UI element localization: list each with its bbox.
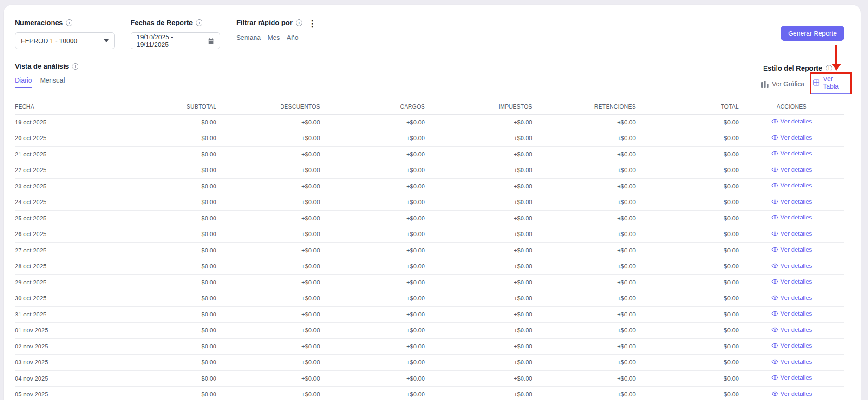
cell-descuentos: +$0.00 [216, 178, 320, 194]
cell-descuentos: +$0.00 [216, 387, 320, 400]
info-icon[interactable]: i [72, 63, 78, 70]
eye-icon [771, 182, 778, 189]
cell-retenciones: +$0.00 [532, 114, 636, 130]
cell-fecha: 01 nov 2025 [15, 323, 108, 339]
ver-detalles-link[interactable]: Ver detalles [771, 294, 812, 301]
ver-detalles-link[interactable]: Ver detalles [771, 214, 812, 221]
info-icon[interactable]: i [296, 19, 302, 26]
ver-detalles-label: Ver detalles [781, 390, 812, 397]
cell-subtotal: $0.00 [108, 146, 216, 162]
eye-icon [771, 198, 778, 205]
ver-detalles-link[interactable]: Ver detalles [771, 358, 812, 365]
ver-detalles-link[interactable]: Ver detalles [771, 342, 812, 349]
ver-detalles-link[interactable]: Ver detalles [771, 390, 812, 397]
bar-chart-icon [761, 81, 769, 88]
date-range-input[interactable]: 19/10/2025 - 19/11/2025 [131, 32, 220, 49]
quick-filter-semana[interactable]: Semana [236, 34, 261, 41]
eye-icon [771, 310, 778, 317]
cell-cargos: +$0.00 [320, 370, 425, 387]
vista-analisis-group: Vista de análisis i Diario Mensual [15, 62, 78, 88]
cell-impuestos: +$0.00 [425, 306, 532, 323]
cell-impuestos: +$0.00 [425, 146, 532, 162]
ver-detalles-link[interactable]: Ver detalles [771, 262, 812, 269]
date-range-value: 19/10/2025 - 19/11/2025 [137, 33, 203, 48]
ver-detalles-link[interactable]: Ver detalles [771, 310, 812, 317]
cell-impuestos: +$0.00 [425, 114, 532, 130]
ver-detalles-link[interactable]: Ver detalles [771, 134, 812, 141]
cell-impuestos: +$0.00 [425, 274, 532, 290]
table-row: 23 oct 2025 $0.00 +$0.00 +$0.00 +$0.00 +… [15, 178, 844, 194]
ver-tabla-option[interactable]: Ver Tabla [811, 73, 850, 94]
info-icon[interactable]: i [826, 65, 832, 71]
cell-total: $0.00 [636, 258, 739, 275]
chevron-down-icon [104, 39, 109, 42]
ver-detalles-link[interactable]: Ver detalles [771, 230, 812, 237]
cell-fecha: 22 oct 2025 [15, 162, 108, 179]
ver-detalles-link[interactable]: Ver detalles [771, 182, 812, 189]
cell-subtotal: $0.00 [108, 387, 216, 400]
ver-detalles-label: Ver detalles [781, 310, 812, 317]
quick-filter-label: Filtrar rápido por i [236, 19, 302, 26]
ver-detalles-link[interactable]: Ver detalles [771, 166, 812, 173]
cell-impuestos: +$0.00 [425, 355, 532, 371]
ver-detalles-link[interactable]: Ver detalles [771, 374, 812, 381]
cell-retenciones: +$0.00 [532, 274, 636, 290]
ver-detalles-link[interactable]: Ver detalles [771, 150, 812, 157]
numeraciones-label-text: Numeraciones [15, 19, 63, 26]
cell-total: $0.00 [636, 162, 739, 179]
quick-filter-ano[interactable]: Año [287, 34, 299, 41]
vista-analisis-label: Vista de análisis i [15, 62, 78, 70]
cell-impuestos: +$0.00 [425, 194, 532, 211]
cell-descuentos: +$0.00 [216, 162, 320, 179]
report-table: FECHA SUBTOTAL DESCUENTOS CARGOS IMPUEST… [15, 100, 844, 400]
cell-cargos: +$0.00 [320, 162, 425, 179]
ver-detalles-link[interactable]: Ver detalles [771, 278, 812, 285]
tab-diario[interactable]: Diario [15, 77, 32, 88]
ver-detalles-link[interactable]: Ver detalles [771, 118, 812, 125]
quick-filter-options: Semana Mes Año [236, 34, 302, 41]
table-grid-icon [813, 79, 820, 86]
cell-descuentos: +$0.00 [216, 130, 320, 147]
table-row: 31 oct 2025 $0.00 +$0.00 +$0.00 +$0.00 +… [15, 306, 844, 323]
cell-cargos: +$0.00 [320, 242, 425, 258]
cell-subtotal: $0.00 [108, 210, 216, 226]
cell-subtotal: $0.00 [108, 306, 216, 323]
quick-filter-mes[interactable]: Mes [268, 34, 280, 41]
cell-fecha: 21 oct 2025 [15, 146, 108, 162]
cell-descuentos: +$0.00 [216, 370, 320, 387]
cell-total: $0.00 [636, 323, 739, 339]
numeraciones-select[interactable]: FEPROD 1 - 10000 [15, 32, 115, 49]
ver-detalles-link[interactable]: Ver detalles [771, 198, 812, 205]
ver-detalles-link[interactable]: Ver detalles [771, 326, 812, 333]
col-header-acciones: ACCIONES [739, 100, 844, 114]
ver-grafica-option[interactable]: Ver Gráfica [761, 80, 804, 88]
tab-mensual[interactable]: Mensual [40, 77, 65, 88]
info-icon[interactable]: i [66, 19, 72, 26]
cell-descuentos: +$0.00 [216, 226, 320, 243]
cell-total: $0.00 [636, 194, 739, 211]
info-icon[interactable]: i [196, 19, 202, 26]
calendar-icon [208, 38, 214, 45]
cell-impuestos: +$0.00 [425, 290, 532, 307]
cell-total: $0.00 [636, 114, 739, 130]
generar-reporte-button[interactable]: Generar Reporte [781, 26, 844, 41]
cell-descuentos: +$0.00 [216, 258, 320, 275]
more-options-kebab-icon[interactable]: ⋮ [308, 19, 317, 28]
estilo-reporte-label-text: Estilo del Reporte [763, 64, 822, 72]
ver-detalles-label: Ver detalles [781, 134, 812, 141]
ver-detalles-link[interactable]: Ver detalles [771, 246, 812, 253]
table-row: 28 oct 2025 $0.00 +$0.00 +$0.00 +$0.00 +… [15, 258, 844, 275]
col-header-fecha: FECHA [15, 100, 108, 114]
cell-retenciones: +$0.00 [532, 194, 636, 211]
col-header-subtotal: SUBTOTAL [108, 100, 216, 114]
table-row: 25 oct 2025 $0.00 +$0.00 +$0.00 +$0.00 +… [15, 210, 844, 226]
cell-fecha: 04 nov 2025 [15, 370, 108, 387]
cell-subtotal: $0.00 [108, 226, 216, 243]
cell-fecha: 05 nov 2025 [15, 387, 108, 400]
cell-fecha: 30 oct 2025 [15, 290, 108, 307]
cell-subtotal: $0.00 [108, 323, 216, 339]
eye-icon [771, 262, 778, 269]
cell-retenciones: +$0.00 [532, 306, 636, 323]
eye-icon [771, 278, 778, 285]
cell-total: $0.00 [636, 387, 739, 400]
